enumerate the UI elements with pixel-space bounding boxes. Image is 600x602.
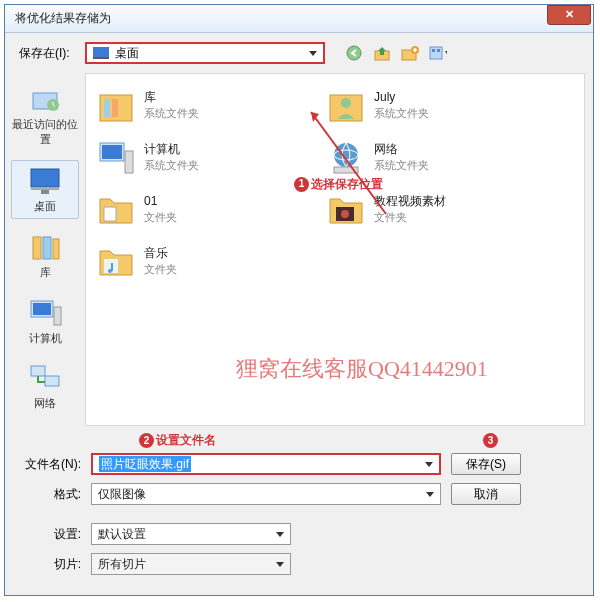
folder-item[interactable]: 教程视频素材文件夹 bbox=[326, 186, 526, 232]
svg-rect-18 bbox=[33, 303, 51, 315]
folder-item[interactable]: 库系统文件夹 bbox=[96, 82, 296, 128]
annotation-1: 1选择保存位置 bbox=[294, 176, 383, 193]
settings-label: 设置: bbox=[19, 526, 81, 543]
svg-rect-8 bbox=[437, 49, 440, 52]
svg-rect-19 bbox=[54, 307, 61, 325]
sidebar-item-recent[interactable]: 最近访问的位置 bbox=[11, 79, 79, 152]
music-folder-icon bbox=[96, 241, 136, 281]
save-as-dialog: 将优化结果存储为 ✕ 保存在(I): 桌面 最近访问的位置 桌面 bbox=[4, 4, 594, 596]
toolbar-icons bbox=[345, 44, 447, 62]
annotation-3: 3 bbox=[483, 433, 498, 448]
folder-item[interactable]: July系统文件夹 bbox=[326, 82, 526, 128]
user-folder-icon bbox=[326, 85, 366, 125]
slice-label: 切片: bbox=[19, 556, 81, 573]
places-sidebar: 最近访问的位置 桌面 库 计算机 网络 bbox=[5, 73, 85, 426]
folder-icon bbox=[96, 189, 136, 229]
settings-combo[interactable]: 默认设置 bbox=[91, 523, 291, 545]
file-list[interactable]: 库系统文件夹 July系统文件夹 计算机系统文件夹 网络系统文件夹 01文件夹 bbox=[85, 73, 585, 426]
sidebar-item-computer[interactable]: 计算机 bbox=[11, 293, 79, 350]
svg-rect-6 bbox=[430, 47, 442, 59]
slice-combo: 所有切片 bbox=[91, 553, 291, 575]
sidebar-item-libraries[interactable]: 库 bbox=[11, 227, 79, 284]
svg-rect-20 bbox=[31, 366, 45, 376]
svg-point-31 bbox=[334, 143, 358, 167]
sidebar-item-network[interactable]: 网络 bbox=[11, 358, 79, 415]
svg-rect-14 bbox=[33, 237, 41, 259]
save-button[interactable]: 保存(S) bbox=[451, 453, 521, 475]
svg-rect-0 bbox=[93, 47, 109, 57]
chevron-down-icon bbox=[309, 51, 317, 56]
new-folder-icon[interactable] bbox=[401, 44, 419, 62]
svg-rect-12 bbox=[31, 187, 59, 190]
svg-rect-24 bbox=[104, 99, 110, 117]
svg-rect-7 bbox=[432, 49, 435, 52]
svg-rect-15 bbox=[43, 237, 51, 259]
chevron-down-icon bbox=[426, 492, 434, 497]
svg-rect-33 bbox=[334, 167, 358, 173]
libraries-folder-icon bbox=[96, 85, 136, 125]
folder-icon bbox=[326, 189, 366, 229]
svg-rect-13 bbox=[41, 190, 49, 194]
folder-item[interactable]: 网络系统文件夹 bbox=[326, 134, 526, 180]
titlebar: 将优化结果存储为 ✕ bbox=[5, 5, 593, 33]
close-button[interactable]: ✕ bbox=[547, 5, 591, 25]
bottom-panel: 2设置文件名 3 文件名(N): 照片眨眼效果.gif 保存(S) 格式: 仅限… bbox=[5, 426, 593, 595]
computer-folder-icon bbox=[96, 137, 136, 177]
filename-label: 文件名(N): bbox=[19, 456, 81, 473]
desktop-icon bbox=[93, 47, 109, 59]
chevron-down-icon bbox=[425, 462, 433, 467]
location-row: 保存在(I): 桌面 bbox=[5, 33, 593, 73]
up-icon[interactable] bbox=[373, 44, 391, 62]
back-icon[interactable] bbox=[345, 44, 363, 62]
format-combo[interactable]: 仅限图像 bbox=[91, 483, 441, 505]
recent-icon bbox=[27, 83, 63, 115]
svg-point-2 bbox=[347, 46, 361, 60]
cancel-button[interactable]: 取消 bbox=[451, 483, 521, 505]
svg-point-36 bbox=[341, 210, 349, 218]
window-title: 将优化结果存储为 bbox=[15, 10, 547, 27]
save-in-value: 桌面 bbox=[115, 45, 139, 62]
folder-item[interactable]: 音乐文件夹 bbox=[96, 238, 296, 284]
save-in-combo[interactable]: 桌面 bbox=[85, 42, 325, 64]
save-in-label: 保存在(I): bbox=[19, 45, 79, 62]
svg-point-27 bbox=[341, 98, 351, 108]
annotation-2: 2设置文件名 3 bbox=[139, 432, 579, 449]
sidebar-item-desktop[interactable]: 桌面 bbox=[11, 160, 79, 219]
filename-input[interactable]: 照片眨眼效果.gif bbox=[91, 453, 441, 475]
network-folder-icon bbox=[326, 137, 366, 177]
folder-item[interactable]: 01文件夹 bbox=[96, 186, 296, 232]
svg-rect-25 bbox=[112, 99, 118, 117]
view-icon[interactable] bbox=[429, 44, 447, 62]
svg-point-38 bbox=[108, 269, 112, 273]
svg-rect-30 bbox=[125, 151, 133, 173]
desktop-sb-icon bbox=[27, 165, 63, 197]
watermark-text: 狸窝在线客服QQ41442901 bbox=[236, 354, 488, 385]
svg-rect-1 bbox=[93, 57, 109, 59]
network-icon bbox=[27, 362, 63, 394]
folder-item[interactable]: 计算机系统文件夹 bbox=[96, 134, 296, 180]
chevron-down-icon bbox=[276, 532, 284, 537]
chevron-down-icon bbox=[276, 562, 284, 567]
svg-rect-11 bbox=[31, 169, 59, 187]
svg-rect-16 bbox=[53, 239, 59, 259]
computer-icon bbox=[27, 297, 63, 329]
svg-rect-21 bbox=[45, 376, 59, 386]
svg-rect-34 bbox=[104, 207, 116, 221]
svg-rect-29 bbox=[102, 145, 122, 159]
format-label: 格式: bbox=[19, 486, 81, 503]
libraries-icon bbox=[27, 231, 63, 263]
